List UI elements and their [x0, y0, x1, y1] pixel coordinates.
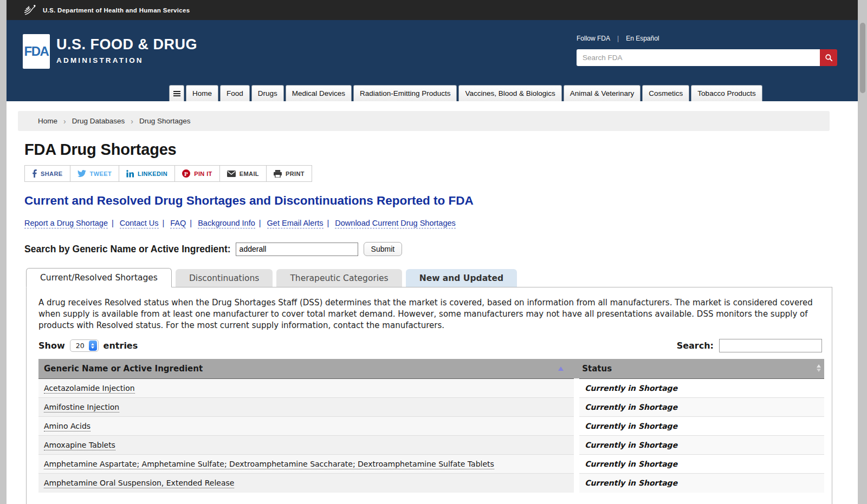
hamburger-icon — [173, 93, 180, 94]
pinterest-icon: P — [182, 169, 190, 178]
email-icon — [227, 171, 236, 177]
tab-therapeutic-categories[interactable]: Therapeutic Categories — [276, 269, 402, 287]
menu-hamburger-button[interactable] — [169, 85, 184, 101]
linkedin-share-button[interactable]: LINKEDIN — [119, 165, 175, 182]
drug-name-link[interactable]: Amphetamine Oral Suspension, Extended Re… — [44, 479, 234, 488]
status-text: Currently in Shortage — [585, 479, 677, 487]
sort-both-icon — [817, 364, 821, 372]
show-label: Show — [38, 341, 65, 351]
table-row: Amino Acids Currently in Shortage — [38, 417, 824, 436]
hhs-bar-text: U.S. Department of Health and Human Serv… — [43, 7, 190, 14]
breadcrumb-home[interactable]: Home — [38, 117, 57, 125]
page-title: FDA Drug Shortages — [24, 141, 858, 159]
table-row: Amoxapine Tablets Currently in Shortage — [38, 436, 824, 455]
breadcrumb: Home › Drug Databases › Drug Shortages — [18, 111, 830, 131]
nav-item[interactable]: Tobacco Products — [691, 85, 762, 101]
ingredient-search: Search by Generic Name or Active Ingredi… — [24, 242, 858, 256]
en-espanol-link[interactable]: En Español — [626, 35, 659, 42]
fda-logo[interactable]: FDA — [23, 34, 50, 69]
breadcrumb-separator: › — [63, 117, 66, 126]
tweet-button[interactable]: TWEET — [70, 165, 120, 182]
nav-item[interactable]: Animal & Veterinary — [564, 85, 641, 101]
fda-masthead: FDA U.S. FOOD & DRUG ADMINISTRATION Foll… — [7, 20, 858, 101]
brand-line-2: ADMINISTRATION — [56, 56, 197, 64]
quick-link[interactable]: Download Current Drug Shortages — [335, 219, 455, 228]
status-text: Currently in Shortage — [585, 403, 677, 411]
tab-current-resolved-shortages[interactable]: Current/Resolved Shortages — [26, 268, 172, 287]
quick-link[interactable]: Contact Us — [120, 219, 159, 228]
breadcrumb-drug-shortages[interactable]: Drug Shortages — [139, 117, 191, 125]
main-navigation: Home Food Drugs Medical Devices Radiatio… — [169, 85, 762, 101]
nav-item[interactable]: Cosmetics — [642, 85, 689, 101]
follow-fda-link[interactable]: Follow FDA — [577, 35, 610, 42]
status-text: Currently in Shortage — [585, 460, 677, 468]
magnifier-icon — [825, 54, 833, 62]
link-separator: | — [259, 219, 261, 227]
drug-name-link[interactable]: Acetazolamide Injection — [44, 384, 135, 394]
linkedin-icon — [126, 170, 134, 178]
nav-item[interactable]: Home — [186, 85, 218, 101]
tab-discontinuations[interactable]: Discontinuations — [176, 269, 273, 287]
breadcrumb-separator: › — [131, 117, 133, 126]
nav-item[interactable]: Vaccines, Blood & Biologics — [458, 85, 561, 101]
submit-button[interactable]: Submit — [364, 242, 403, 256]
drug-name-link[interactable]: Amifostine Injection — [44, 403, 119, 413]
table-row: Amifostine Injection Currently in Shorta… — [38, 398, 824, 417]
hhs-top-bar: U.S. Department of Health and Human Serv… — [7, 0, 858, 20]
table-search-group: Search: — [677, 339, 822, 352]
table-search-input[interactable] — [719, 339, 822, 352]
search-submit-button[interactable] — [820, 49, 837, 66]
nav-item[interactable]: Radiation-Emitting Products — [353, 85, 457, 101]
quick-link[interactable]: FAQ — [170, 219, 186, 228]
twitter-icon — [77, 170, 86, 177]
scrollbar-thumb[interactable] — [860, 23, 865, 93]
nav-item[interactable]: Drugs — [251, 85, 284, 101]
link-separator: | — [327, 219, 329, 227]
facebook-share-button[interactable]: SHARE — [24, 165, 70, 182]
sort-ascending-icon — [558, 366, 564, 371]
link-separator: | — [190, 219, 192, 227]
follow-row: Follow FDA | En Español — [577, 35, 837, 42]
pin-it-button[interactable]: P PIN IT — [174, 165, 220, 182]
column-header-generic-name[interactable]: Generic Name or Active Ingredient — [38, 359, 577, 379]
drug-name-link[interactable]: Amphetamine Aspartate; Amphetamine Sulfa… — [44, 460, 494, 469]
nav-item[interactable]: Medical Devices — [286, 85, 352, 101]
search-fda-input[interactable] — [577, 49, 820, 66]
table-search-label: Search: — [677, 341, 714, 351]
quick-link[interactable]: Get Email Alerts — [267, 219, 323, 228]
email-button[interactable]: EMAIL — [219, 165, 267, 182]
nav-item[interactable]: Food — [220, 85, 250, 101]
hhs-eagle-icon — [22, 3, 37, 18]
page: U.S. Department of Health and Human Serv… — [7, 0, 858, 504]
fda-brand: U.S. FOOD & DRUG ADMINISTRATION — [56, 36, 197, 64]
status-text: Currently in Shortage — [585, 384, 677, 392]
header-right: Follow FDA | En Español — [577, 35, 837, 66]
print-button[interactable]: PRINT — [266, 165, 312, 182]
link-separator: | — [163, 219, 165, 227]
column-header-status[interactable]: Status — [577, 359, 824, 379]
status-text: Currently in Shortage — [585, 422, 677, 430]
shortages-panel: A drug receives Resolved status when the… — [26, 287, 832, 504]
entries-label: entries — [103, 341, 138, 351]
drug-name-link[interactable]: Amino Acids — [44, 422, 90, 431]
quick-links: Report a Drug Shortage| Contact Us| FAQ|… — [24, 219, 858, 227]
link-separator: | — [112, 219, 114, 227]
tab-new-and-updated[interactable]: New and Updated — [406, 269, 517, 287]
quick-link[interactable]: Background Info — [198, 219, 255, 228]
header-search — [577, 49, 837, 66]
ingredient-search-label: Search by Generic Name or Active Ingredi… — [24, 244, 231, 255]
table-row: Acetazolamide Injection Currently in Sho… — [38, 379, 824, 398]
show-entries-group: Show 20 entries — [38, 339, 138, 352]
stepper-icon — [89, 341, 97, 351]
drug-name-link[interactable]: Amoxapine Tablets — [44, 441, 115, 450]
facebook-icon — [32, 169, 37, 178]
ingredient-search-input[interactable] — [236, 243, 358, 256]
page-size-value: 20 — [76, 342, 85, 350]
brand-line-1: U.S. FOOD & DRUG — [56, 36, 197, 53]
quick-link[interactable]: Report a Drug Shortage — [24, 219, 108, 228]
breadcrumb-drug-databases[interactable]: Drug Databases — [72, 117, 125, 125]
page-size-select[interactable]: 20 — [70, 339, 99, 352]
section-heading: Current and Resolved Drug Shortages and … — [24, 194, 858, 208]
shortages-table: Generic Name or Active Ingredient Status — [38, 359, 824, 493]
table-row: Amphetamine Oral Suspension, Extended Re… — [38, 474, 824, 493]
